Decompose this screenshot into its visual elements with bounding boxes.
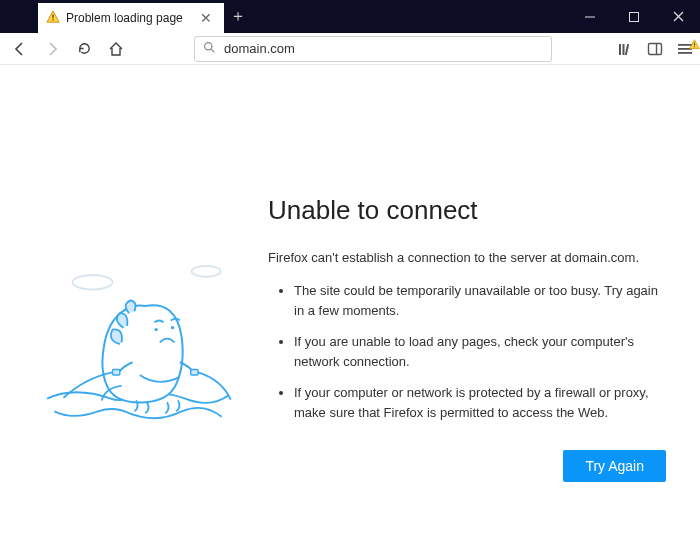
svg-rect-1 [52, 14, 53, 18]
maximize-button[interactable] [612, 0, 656, 33]
svg-point-21 [192, 266, 221, 277]
url-bar[interactable] [194, 36, 552, 62]
error-page: Unable to connect Firefox can't establis… [0, 65, 700, 542]
list-item: If you are unable to load any pages, che… [294, 332, 666, 371]
window-controls [568, 0, 700, 33]
svg-rect-3 [585, 16, 595, 17]
svg-rect-18 [694, 42, 695, 45]
svg-point-7 [205, 42, 212, 49]
error-subhead: Firefox can't establish a connection to … [268, 250, 666, 265]
new-tab-button[interactable]: ＋ [224, 3, 252, 31]
toolbar-right [616, 40, 694, 58]
tab-close-button[interactable]: ✕ [196, 10, 216, 26]
tab-strip-spacer [0, 0, 38, 33]
tab-title: Problem loading page [66, 11, 183, 25]
svg-point-23 [171, 326, 174, 329]
error-heading: Unable to connect [268, 195, 666, 226]
error-suggestions: The site could be temporarily unavailabl… [268, 281, 666, 422]
nav-toolbar [0, 33, 700, 65]
search-icon [203, 40, 216, 58]
reload-button[interactable] [70, 35, 98, 63]
svg-rect-25 [191, 370, 198, 375]
svg-rect-10 [623, 44, 625, 55]
forward-button[interactable] [38, 35, 66, 63]
svg-rect-4 [630, 12, 639, 21]
svg-rect-11 [625, 43, 629, 54]
back-button[interactable] [6, 35, 34, 63]
sidebar-button[interactable] [646, 40, 664, 58]
active-tab[interactable]: Problem loading page ✕ [38, 3, 224, 33]
close-window-button[interactable] [656, 0, 700, 33]
error-text-column: Unable to connect Firefox can't establis… [268, 195, 666, 542]
app-menu-button[interactable] [676, 40, 694, 58]
svg-rect-12 [649, 43, 662, 54]
svg-rect-19 [694, 46, 695, 47]
tab-strip: Problem loading page ✕ ＋ [0, 0, 700, 33]
home-button[interactable] [102, 35, 130, 63]
svg-rect-9 [619, 44, 621, 55]
error-illustration [28, 195, 248, 542]
url-input[interactable] [224, 41, 543, 56]
warning-icon [46, 10, 60, 27]
svg-rect-24 [113, 370, 120, 375]
try-again-button[interactable]: Try Again [563, 450, 666, 482]
library-button[interactable] [616, 40, 634, 58]
svg-point-22 [155, 328, 158, 331]
minimize-button[interactable] [568, 0, 612, 33]
svg-point-20 [73, 275, 113, 290]
svg-rect-2 [52, 19, 53, 20]
try-again-row: Try Again [268, 450, 666, 482]
svg-line-8 [211, 49, 214, 52]
warning-icon [689, 36, 700, 54]
list-item: The site could be temporarily unavailabl… [294, 281, 666, 320]
list-item: If your computer or network is protected… [294, 383, 666, 422]
